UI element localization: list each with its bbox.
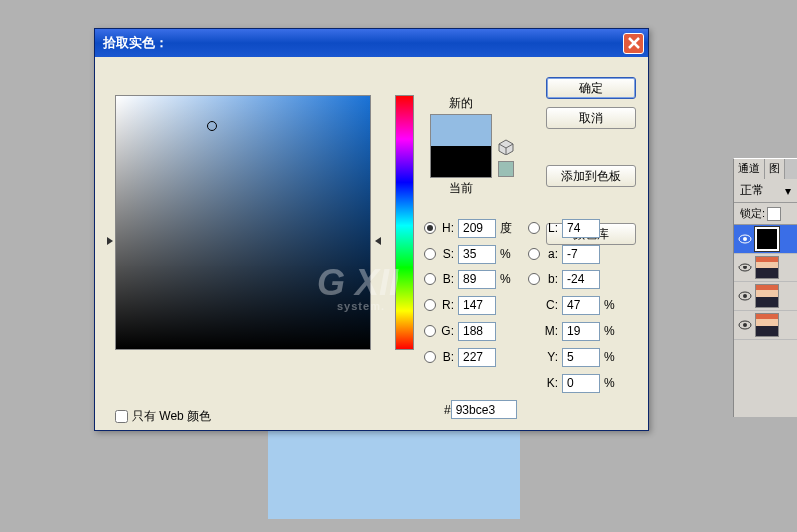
field-arrow-left-icon	[107, 237, 113, 245]
field-arrow-right-icon	[375, 237, 381, 245]
lock-row: 锁定:	[734, 203, 797, 225]
color-field[interactable]	[115, 95, 371, 350]
bb-input[interactable]	[458, 270, 496, 289]
k-input[interactable]	[562, 374, 600, 393]
current-color-swatch[interactable]	[431, 146, 491, 177]
k-label: K:	[542, 376, 558, 390]
color-preview: 新的 当前	[430, 95, 492, 197]
blend-mode-select[interactable]: 正常	[740, 182, 764, 199]
close-button[interactable]	[623, 33, 644, 54]
gamut-cube-icon[interactable]	[498, 139, 514, 155]
h-unit: 度	[500, 220, 516, 237]
current-label: 当前	[430, 180, 492, 197]
hex-input[interactable]	[451, 400, 517, 419]
radio-bb[interactable]	[424, 273, 436, 285]
h-label: H:	[438, 221, 454, 235]
add-swatch-button[interactable]: 添加到色板	[546, 165, 636, 187]
bb-label: B:	[438, 272, 454, 286]
lock-transparency-button[interactable]	[767, 207, 781, 221]
lab-b-label: b:	[542, 272, 558, 286]
a-input[interactable]	[562, 245, 600, 264]
layer-thumb	[755, 284, 779, 308]
m-label: M:	[542, 324, 558, 338]
svg-point-13	[743, 323, 747, 327]
new-color-swatch[interactable]	[431, 115, 491, 146]
l-label: L:	[542, 221, 558, 235]
eye-icon[interactable]	[738, 291, 752, 301]
color-inputs: H: 度 L: S: % a: B: % b: R: C: %	[424, 217, 620, 419]
m-unit: %	[604, 324, 620, 338]
radio-s[interactable]	[424, 248, 436, 260]
close-icon	[627, 36, 641, 50]
layer-row[interactable]	[734, 225, 797, 254]
gamut-swatch[interactable]	[498, 161, 514, 177]
m-input[interactable]	[562, 322, 600, 341]
ok-button[interactable]: 确定	[546, 77, 636, 99]
radio-a[interactable]	[528, 248, 540, 260]
rgb-b-label: B:	[438, 350, 454, 364]
titlebar[interactable]: 拾取实色：	[95, 29, 648, 57]
svg-point-9	[743, 266, 747, 269]
color-field-cursor	[207, 121, 217, 131]
layer-row[interactable]	[734, 282, 797, 311]
layer-thumb	[755, 313, 779, 337]
h-input[interactable]	[458, 219, 496, 238]
swatch-box	[430, 114, 492, 178]
rgb-b-input[interactable]	[458, 348, 496, 367]
web-only-checkbox-row: 只有 Web 颜色	[115, 408, 211, 425]
panel-tabs: 通道 图	[734, 159, 797, 179]
new-label: 新的	[430, 95, 492, 112]
radio-lab-b[interactable]	[528, 273, 540, 285]
c-label: C:	[542, 298, 558, 312]
layer-thumb	[755, 256, 779, 279]
r-label: R:	[438, 298, 454, 312]
a-label: a:	[542, 247, 558, 261]
blend-mode-row: 正常 ▾	[734, 179, 797, 203]
radio-rgb-b[interactable]	[424, 351, 436, 363]
color-picker-dialog: 拾取实色： 只有 Web 颜色 新的 当前 确定 取消	[94, 28, 649, 431]
tab-layers[interactable]: 图	[765, 159, 785, 179]
y-unit: %	[604, 350, 620, 364]
selected-canvas-area	[268, 429, 520, 519]
eye-icon[interactable]	[738, 263, 752, 272]
web-only-checkbox[interactable]	[115, 410, 128, 423]
bb-unit: %	[500, 272, 516, 286]
y-input[interactable]	[562, 348, 600, 367]
radio-g[interactable]	[424, 325, 436, 337]
s-unit: %	[500, 247, 516, 261]
hue-slider[interactable]	[395, 95, 414, 350]
lab-b-input[interactable]	[562, 270, 600, 289]
g-label: G:	[438, 324, 454, 338]
y-label: Y:	[542, 350, 558, 364]
radio-h[interactable]	[424, 222, 436, 234]
c-unit: %	[604, 298, 620, 312]
chevron-down-icon: ▾	[785, 184, 791, 198]
layer-thumb	[755, 227, 779, 251]
svg-point-11	[743, 294, 747, 298]
dialog-title: 拾取实色：	[103, 34, 168, 52]
s-label: S:	[438, 247, 454, 261]
s-input[interactable]	[458, 245, 496, 264]
eye-icon[interactable]	[738, 320, 752, 330]
cancel-button[interactable]: 取消	[546, 107, 636, 129]
lock-label: 锁定:	[740, 206, 765, 221]
layer-row[interactable]	[734, 311, 797, 340]
radio-r[interactable]	[424, 299, 436, 311]
svg-point-7	[743, 237, 747, 241]
tab-channels[interactable]: 通道	[734, 159, 765, 179]
g-input[interactable]	[458, 322, 496, 341]
layers-panel: 通道 图 正常 ▾ 锁定:	[733, 158, 797, 417]
k-unit: %	[604, 376, 620, 390]
layer-row[interactable]	[734, 254, 797, 282]
hex-prefix: #	[444, 403, 451, 417]
l-input[interactable]	[562, 219, 600, 238]
r-input[interactable]	[458, 296, 496, 315]
eye-icon[interactable]	[738, 234, 752, 244]
radio-l[interactable]	[528, 222, 540, 234]
c-input[interactable]	[562, 296, 600, 315]
web-only-label: 只有 Web 颜色	[132, 408, 211, 425]
